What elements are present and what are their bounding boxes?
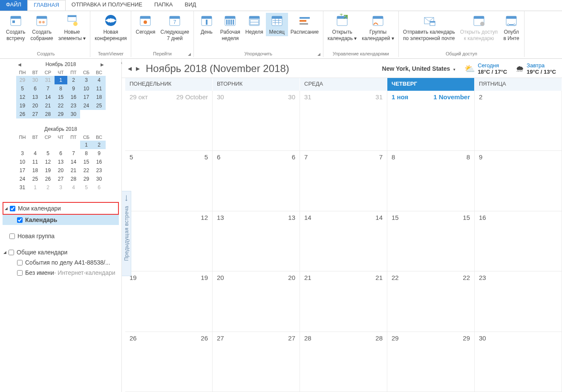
mini-cal-day[interactable]: 11: [93, 84, 106, 93]
prev-month-icon[interactable]: ◀: [128, 66, 132, 72]
mini-cal-day[interactable]: 29: [16, 76, 29, 84]
mini-cal-day[interactable]: 5: [80, 183, 93, 192]
workweek-button[interactable]: Рабочаянеделя: [218, 13, 243, 43]
mini-cal-day[interactable]: 14: [67, 158, 80, 166]
mini-cal-day[interactable]: 5: [16, 84, 29, 93]
mini-cal-day[interactable]: 2: [93, 141, 106, 149]
mini-cal-day[interactable]: 12: [16, 93, 29, 101]
mini-cal-day[interactable]: 30: [93, 175, 106, 183]
prev-meeting-tab[interactable]: ⟵ Предыдущая встреча: [122, 191, 131, 276]
dialog-launcher-icon[interactable]: ◢: [188, 52, 191, 56]
mini-cal-day[interactable]: 7: [42, 84, 55, 93]
mini-cal-day[interactable]: 8: [55, 84, 67, 93]
day-cell[interactable]: 16: [475, 211, 562, 271]
day-cell[interactable]: 12: [125, 211, 213, 271]
new-meeting-button[interactable]: Создатьсобрание: [28, 13, 56, 43]
next7-button[interactable]: 7Следующие7 дней: [158, 13, 191, 43]
schedule-button[interactable]: Расписание: [288, 13, 321, 36]
day-cell[interactable]: 55: [125, 151, 213, 211]
mini-cal-day[interactable]: 29: [80, 175, 93, 183]
day-cell[interactable]: 2020: [213, 271, 300, 331]
mini-cal-day[interactable]: 24: [16, 175, 29, 183]
mini-cal-day[interactable]: 24: [80, 101, 93, 110]
mini-cal-day[interactable]: 3: [55, 183, 67, 192]
checkbox-case-events[interactable]: [17, 260, 23, 265]
open-calendar-button[interactable]: +Открытькалендарь ▾: [325, 13, 359, 43]
mini-cal-day[interactable]: 9: [67, 84, 80, 93]
tree-calendar[interactable]: Календарь: [3, 215, 119, 225]
day-cell[interactable]: 2121: [300, 271, 387, 331]
mini-cal-day[interactable]: 23: [93, 166, 106, 175]
day-cell[interactable]: 66: [213, 151, 300, 211]
mini-cal-day[interactable]: 19: [16, 101, 29, 110]
mini-cal-day[interactable]: 1: [80, 141, 93, 149]
mini-cal-day[interactable]: 25: [29, 175, 42, 183]
mini-cal-day[interactable]: 25: [93, 101, 106, 110]
mini-cal-day[interactable]: 16: [93, 158, 106, 166]
mini-cal-day[interactable]: 21: [42, 101, 55, 110]
checkbox-my-calendars[interactable]: [10, 206, 15, 211]
mini-cal-day[interactable]: 16: [67, 93, 80, 101]
day-cell[interactable]: 2626: [125, 332, 213, 392]
mini-cal-day[interactable]: 6: [29, 84, 42, 93]
day-cell[interactable]: 1515: [387, 211, 475, 271]
tree-case-events[interactable]: События по делу А41-88538/...: [3, 257, 119, 268]
day-cell[interactable]: 1313: [213, 211, 300, 271]
mini-cal-day[interactable]: 3: [80, 76, 93, 84]
mini-cal-day[interactable]: 28: [67, 175, 80, 183]
mini-cal-day[interactable]: 6: [55, 149, 67, 158]
tree-shared-calendars[interactable]: ◢ Общие календари: [3, 247, 119, 257]
mini-cal-day[interactable]: 10: [16, 158, 29, 166]
day-cell[interactable]: 2929: [387, 332, 475, 392]
mini-cal-day[interactable]: 8: [80, 149, 93, 158]
day-cell[interactable]: 2: [475, 91, 562, 151]
dialog-launcher-icon[interactable]: ◢: [317, 52, 320, 56]
day-cell[interactable]: 29 окт29 October: [125, 91, 213, 151]
mini-cal-day[interactable]: 13: [55, 158, 67, 166]
next-month-icon[interactable]: ▶: [101, 62, 104, 67]
mini-cal-day[interactable]: 18: [93, 93, 106, 101]
mini-cal-day[interactable]: 4: [93, 76, 106, 84]
mini-cal-day[interactable]: 27: [29, 110, 42, 118]
new-items-button[interactable]: Новыеэлементы ▾: [56, 13, 89, 43]
mini-cal-day[interactable]: 17: [80, 93, 93, 101]
checkbox-new-group[interactable]: [9, 233, 15, 239]
tree-unnamed[interactable]: Без имени - Интернет-календари: [3, 268, 119, 278]
mini-cal-day[interactable]: 22: [55, 101, 67, 110]
new-appointment-button[interactable]: Создатьвстречу: [3, 13, 28, 43]
mini-cal-day[interactable]: 20: [29, 101, 42, 110]
day-button[interactable]: День: [196, 13, 218, 36]
weather-location[interactable]: New York, United States ▼: [382, 65, 456, 72]
mini-cal-day[interactable]: 30: [67, 110, 80, 118]
mini-cal-day[interactable]: 21: [67, 166, 80, 175]
mini-cal-day[interactable]: 27: [55, 175, 67, 183]
day-cell[interactable]: 77: [300, 151, 387, 211]
tree-new-group[interactable]: Новая группа: [3, 231, 119, 241]
mini-cal-day[interactable]: 31: [16, 183, 29, 192]
mini-cal-day[interactable]: 9: [93, 149, 106, 158]
mini-cal-day[interactable]: 31: [42, 76, 55, 84]
mini-cal-day[interactable]: 11: [29, 158, 42, 166]
day-cell[interactable]: 3131: [300, 91, 387, 151]
day-cell[interactable]: 2727: [213, 332, 300, 392]
checkbox-calendar[interactable]: [17, 217, 23, 223]
publish-button[interactable]: Опублв Инте: [500, 13, 522, 43]
new-conference-button[interactable]: Новаяконференция: [92, 13, 129, 43]
mini-cal-day[interactable]: 18: [29, 166, 42, 175]
day-cell[interactable]: 1919: [125, 271, 213, 331]
tab-folder[interactable]: ПАПКА: [148, 0, 179, 11]
mini-cal-day[interactable]: 10: [80, 84, 93, 93]
week-button[interactable]: Неделя: [243, 13, 266, 36]
mini-cal-day[interactable]: 5: [42, 149, 55, 158]
tree-my-calendars[interactable]: ◢ Мои календари: [4, 203, 118, 213]
mini-cal-day[interactable]: 7: [67, 149, 80, 158]
mini-cal-day[interactable]: 1: [55, 76, 67, 84]
day-cell[interactable]: 1 ноя1 November: [387, 91, 475, 151]
day-cell[interactable]: 2828: [300, 332, 387, 392]
mini-cal-day[interactable]: 26: [42, 175, 55, 183]
mini-cal-day[interactable]: 23: [67, 101, 80, 110]
day-cell[interactable]: 88: [387, 151, 475, 211]
day-cell[interactable]: 30: [475, 332, 562, 392]
day-cell[interactable]: 3030: [213, 91, 300, 151]
day-cell[interactable]: 23: [475, 271, 562, 331]
